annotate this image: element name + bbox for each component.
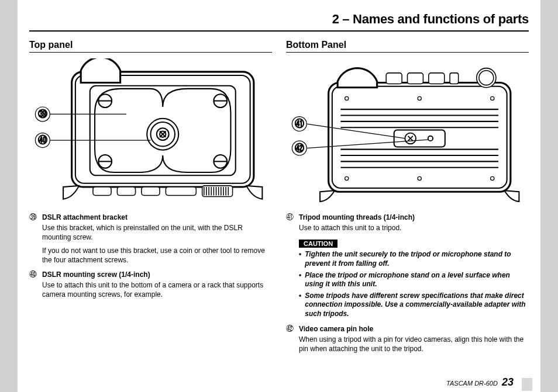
top-panel-items: ㊴ DSLR attachment bracket Use this brack…	[29, 212, 272, 300]
caution-item: Tighten the unit securely to the tripod …	[299, 250, 529, 268]
svg-rect-17	[93, 187, 111, 196]
caution-item: Place the tripod or microphone stand on …	[299, 271, 529, 289]
top-panel-diagram: ㊴ ㊵	[29, 58, 272, 204]
columns: Top panel	[29, 40, 529, 358]
footer-model: TASCAM DR-60D	[446, 380, 498, 387]
svg-text:㊶: ㊶	[295, 119, 304, 129]
chapter-header: 2 – Names and functions of parts	[29, 12, 529, 32]
svg-text:㊵: ㊵	[38, 135, 47, 145]
col-right: Bottom Panel	[286, 40, 529, 358]
svg-rect-18	[117, 187, 135, 196]
svg-point-42	[418, 96, 421, 100]
item-number: ㊷	[286, 324, 299, 334]
svg-point-65	[479, 71, 494, 85]
item-heading: DSLR mounting screw (1/4-inch)	[42, 270, 272, 279]
col-left: Top panel	[29, 40, 272, 358]
item-heading: Video camera pin hole	[299, 324, 529, 334]
svg-rect-61	[408, 73, 423, 84]
svg-text:㊷: ㊷	[295, 143, 304, 153]
caution-list: Tighten the unit securely to the tripod …	[299, 250, 529, 318]
svg-point-41	[345, 96, 349, 100]
svg-point-59	[428, 136, 433, 141]
svg-point-43	[491, 96, 494, 100]
item-41: ㊶ Tripod mounting threads (1/4-inch) Use…	[286, 212, 529, 233]
svg-rect-62	[429, 73, 445, 84]
page: 2 – Names and functions of parts Top pan…	[18, 0, 540, 392]
item-paragraph: When using a tripod with a pin for video…	[299, 335, 529, 353]
svg-rect-55	[394, 130, 445, 147]
svg-point-45	[418, 176, 421, 180]
footer-tab	[522, 378, 532, 391]
item-42: ㊷ Video camera pin hole When using a tri…	[286, 324, 529, 354]
svg-rect-63	[450, 73, 459, 84]
svg-rect-60	[386, 73, 402, 84]
section-title-top-panel: Top panel	[29, 40, 272, 53]
caution-label: CAUTION	[299, 240, 337, 248]
section-title-bottom-panel: Bottom Panel	[286, 40, 529, 53]
page-footer: TASCAM DR-60D 23	[35, 376, 523, 388]
bottom-panel-diagram: ㊶ ㊷	[286, 58, 529, 204]
svg-rect-20	[166, 187, 196, 196]
svg-point-44	[345, 176, 349, 180]
svg-text:㊴: ㊴	[38, 109, 47, 119]
item-heading: DSLR attachment bracket	[42, 213, 272, 222]
svg-rect-19	[142, 187, 160, 196]
svg-point-46	[491, 176, 494, 180]
caution-item: Some tripods have different screw specif…	[299, 292, 529, 319]
item-paragraph: Use to attach this unit to a tripod.	[299, 223, 529, 233]
item-paragraph: Use to attach this unit to the bottom of…	[42, 280, 272, 299]
item-heading: Tripod mounting threads (1/4-inch)	[299, 213, 529, 222]
item-39: ㊴ DSLR attachment bracket Use this brack…	[29, 212, 272, 265]
item-number: ㊴	[29, 212, 42, 223]
item-number: ㊵	[29, 269, 42, 280]
item-paragraph: If you do not want to use this bracket, …	[42, 246, 272, 265]
chapter-title: 2 – Names and functions of parts	[29, 12, 529, 27]
footer-page-number: 23	[502, 376, 514, 388]
item-paragraph: Use this bracket, which is preinstalled …	[42, 223, 272, 242]
item-number: ㊶	[286, 212, 299, 223]
item-40: ㊵ DSLR mounting screw (1/4-inch) Use to …	[29, 269, 272, 300]
